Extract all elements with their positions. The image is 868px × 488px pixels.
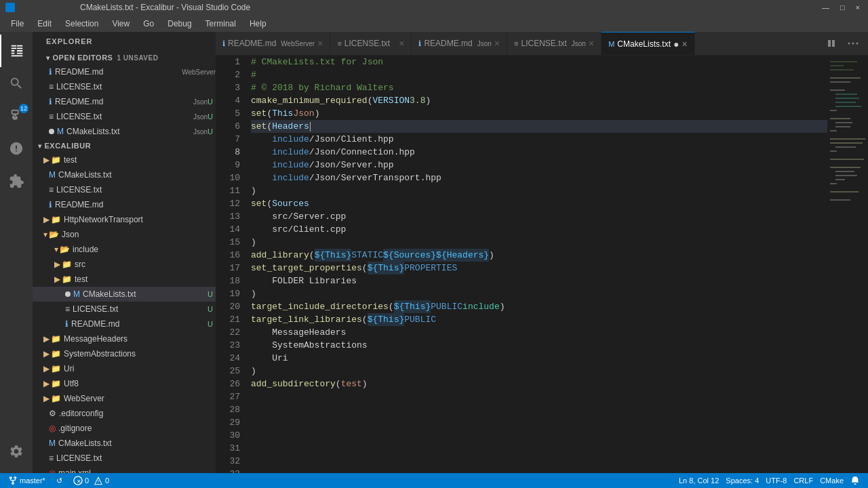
code-line-33: add_subdirectory(test) — [251, 378, 827, 390]
menu-go[interactable]: Go — [138, 18, 159, 30]
menu-terminal[interactable]: Terminal — [200, 18, 241, 30]
open-editor-license[interactable]: ≡ LICENSE.txt — [33, 79, 216, 94]
folder-include[interactable]: ▾ 📂 include — [33, 242, 216, 257]
file-license-json[interactable]: ≡ LICENSE.txt U — [33, 302, 216, 317]
tab-close-button[interactable]: × — [399, 38, 404, 49]
line-num: 5 — [216, 107, 240, 120]
notifications-item[interactable] — [848, 476, 863, 485]
open-editor-name: README.md — [55, 67, 179, 77]
svg-rect-19 — [830, 142, 863, 144]
code-area[interactable]: # CMakeLists.txt for Json # # © 2018 by … — [245, 56, 827, 473]
tab-readme-webserver[interactable]: ℹ README.md WebServer × — [216, 32, 330, 55]
code-line-16: src/Server.cpp — [251, 210, 827, 223]
menu-file[interactable]: File — [5, 18, 29, 30]
folder-test-json[interactable]: ▶ 📁 test — [33, 272, 216, 287]
tab-close-button[interactable]: × — [589, 38, 594, 49]
folder-uri[interactable]: ▶ 📁 Uri — [33, 361, 216, 376]
folder-test-root[interactable]: ▶ 📁 test — [33, 152, 216, 167]
folder-name: HttpNetworkTransport — [64, 215, 143, 224]
dot-modified — [49, 129, 54, 134]
open-editors-header[interactable]: ▾ OPEN EDITORS 1 UNSAVED — [33, 51, 216, 64]
code-line-6: set(This Json) — [251, 107, 827, 120]
activity-settings[interactable] — [0, 435, 33, 468]
more-actions-button[interactable] — [844, 34, 863, 53]
split-editor-button[interactable] — [822, 34, 841, 53]
tab-readme-json[interactable]: ℹ README.md Json × — [412, 32, 507, 55]
folder-systemabstractions[interactable]: ▶ 📁 SystemAbstractions — [33, 346, 216, 361]
folder-utf8[interactable]: ▶ 📁 Utf8 — [33, 376, 216, 391]
folder-icon: 📁 — [51, 215, 61, 224]
menu-help[interactable]: Help — [244, 18, 272, 30]
folder-arrow: ▶ — [43, 394, 50, 403]
file-readme-json[interactable]: ℹ README.md U — [33, 317, 216, 331]
errors-item[interactable]: ✕ 0 0 — [71, 476, 112, 485]
file-license-root[interactable]: ≡ LICENSE.txt — [33, 182, 216, 197]
file-editorconfig[interactable]: ⚙ .editorconfig — [33, 406, 216, 421]
file-name: main.xml — [58, 468, 216, 473]
tab-close-button[interactable]: × — [494, 38, 500, 49]
file-icon: ≡ — [49, 453, 54, 463]
sidebar-header: EXPLORER — [33, 32, 216, 51]
menu-view[interactable]: View — [106, 18, 135, 30]
tab-close-button[interactable]: × — [682, 39, 687, 49]
file-cmakelists-excalibur[interactable]: M CMakeLists.txt — [33, 436, 216, 451]
info-icon: ℹ — [418, 39, 421, 48]
file-cmakelists-json[interactable]: M CMakeLists.txt U — [33, 287, 216, 302]
code-line-27: target_link_libraries(${This} PUBLIC — [251, 313, 827, 326]
paren: ) — [251, 365, 256, 378]
minimize-button[interactable]: — — [819, 3, 832, 12]
git-branch-item[interactable]: master* — [5, 476, 48, 485]
line-num: 1 — [216, 56, 240, 68]
excalibur-label: EXCALIBUR — [45, 142, 92, 150]
tab-license-json[interactable]: ≡ LICENSE.txt Json × — [507, 32, 601, 55]
file-cmakelists-root[interactable]: M CMakeLists.txt — [33, 167, 216, 182]
activity-extensions[interactable] — [0, 165, 33, 197]
git-branch-label: master* — [20, 476, 45, 485]
line-ending-item[interactable]: CRLF — [791, 476, 816, 485]
folder-src[interactable]: ▶ 📁 src — [33, 257, 216, 272]
tab-cmakelists-json[interactable]: M CMakeLists.txt ● × — [601, 32, 695, 55]
tab-name: README.md — [424, 39, 472, 48]
activity-search[interactable] — [0, 67, 33, 100]
cursor-position-item[interactable]: Ln 8, Col 12 — [676, 476, 722, 485]
activity-scm[interactable]: 12 — [0, 100, 33, 132]
folder-arrow: ▾ — [43, 230, 47, 239]
maximize-button[interactable]: □ — [837, 3, 848, 12]
open-editor-readme-json[interactable]: ℹ README.md Json U — [33, 94, 216, 109]
activity-explorer[interactable] — [0, 35, 33, 67]
menu-selection[interactable]: Selection — [60, 18, 104, 30]
svg-rect-17 — [830, 130, 837, 131]
encoding-item[interactable]: UTF-8 — [763, 476, 789, 485]
file-mainxml[interactable]: ◎ main.xml — [33, 466, 216, 473]
excalibur-header[interactable]: ▾ EXCALIBUR — [33, 139, 216, 152]
sync-item[interactable]: ↺ — [54, 476, 65, 485]
folder-webserver[interactable]: ▶ 📁 WebServer — [33, 391, 216, 406]
spaces-item[interactable]: Spaces: 4 — [723, 476, 762, 485]
tab-name: CMakeLists.txt — [617, 39, 671, 49]
code-line-2: # — [251, 68, 827, 81]
menu-debug[interactable]: Debug — [162, 18, 197, 30]
fn: target_include_directories — [251, 300, 389, 313]
cmake-icon: M — [49, 439, 56, 448]
line-num: 19 — [216, 287, 240, 300]
open-editor-cmakelists-json[interactable]: M CMakeLists.txt Json U — [33, 124, 216, 139]
open-editor-readme-webserver[interactable]: ℹ README.md WebServer — [33, 64, 216, 79]
activity-debug[interactable] — [0, 132, 33, 165]
file-readme-root[interactable]: ℹ README.md — [33, 197, 216, 212]
svg-rect-11 — [835, 102, 856, 103]
editor-area: ℹ README.md WebServer × ≡ LICENSE.txt × … — [216, 32, 868, 473]
tab-license[interactable]: ≡ LICENSE.txt × — [330, 32, 412, 55]
folder-json[interactable]: ▾ 📂 Json — [33, 227, 216, 242]
file-license-excalibur[interactable]: ≡ LICENSE.txt — [33, 451, 216, 466]
folder-messageheaders[interactable]: ▶ 📁 MessageHeaders — [33, 331, 216, 346]
menu-edit[interactable]: Edit — [32, 18, 57, 30]
close-button[interactable]: × — [853, 3, 863, 12]
folder-icon: 📁 — [51, 349, 61, 359]
open-editor-license-json[interactable]: ≡ LICENSE.txt Json U — [33, 109, 216, 124]
tab-close-button[interactable]: × — [317, 38, 323, 49]
folder-arrow: ▶ — [43, 215, 50, 224]
file-gitignore[interactable]: ◎ .gitignore — [33, 421, 216, 436]
svg-rect-28 — [830, 191, 859, 192]
folder-httpnetwork[interactable]: ▶ 📁 HttpNetworkTransport — [33, 212, 216, 227]
language-item[interactable]: CMake — [817, 476, 846, 485]
